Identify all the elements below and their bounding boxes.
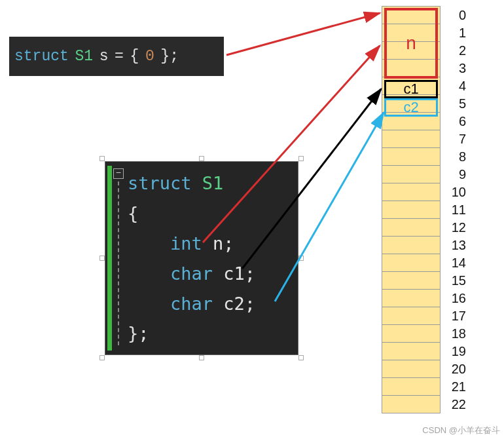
memory-cell — [382, 307, 441, 325]
type-s1: S1 — [202, 173, 224, 193]
memory-cell — [382, 59, 441, 77]
row-label: 17 — [446, 307, 466, 325]
code-variable: s — [99, 48, 109, 65]
row-label: 4 — [446, 77, 466, 95]
memory-cell — [382, 94, 441, 113]
kw-char1: char — [170, 263, 213, 284]
selection-handle — [298, 256, 304, 261]
row-label: 22 — [446, 395, 466, 413]
code-brace-open: { — [130, 48, 139, 65]
selection-handle — [99, 256, 105, 261]
row-label: 3 — [446, 59, 466, 77]
memory-cell — [382, 360, 441, 378]
arrow-init-to-n — [226, 13, 380, 55]
semi: ; — [223, 233, 234, 254]
row-label: 21 — [446, 377, 466, 396]
memory-cell — [382, 165, 441, 183]
memory-cell — [382, 377, 441, 396]
row-label: 13 — [446, 236, 466, 254]
brace-close: }; — [128, 323, 149, 343]
row-label: 1 — [446, 24, 466, 42]
kw-char2: char — [170, 294, 213, 314]
selection-handle — [199, 355, 204, 360]
memory-cell — [382, 289, 441, 307]
code-keyword: struct — [14, 48, 69, 65]
code-struct-def: struct S1 { int n; char c1; char c2; }; — [128, 168, 255, 349]
row-label: 0 — [446, 6, 466, 24]
watermark: CSDN @小羊在奋斗 — [422, 425, 500, 436]
code-type: S1 — [75, 48, 93, 65]
row-label: 5 — [446, 94, 466, 113]
row-label: 10 — [446, 183, 466, 201]
editor-gutter — [107, 166, 112, 351]
code-brace-close: } — [160, 48, 170, 65]
row-label: 9 — [446, 165, 466, 183]
collapse-icon: − — [113, 168, 124, 179]
semi: ; — [245, 294, 255, 314]
selection-handle — [99, 355, 105, 360]
selection-handle — [298, 156, 304, 161]
row-label: 7 — [446, 130, 466, 148]
code-value: 0 — [145, 48, 154, 65]
memory-cell — [382, 236, 441, 254]
row-label: 6 — [446, 112, 466, 130]
row-label: 2 — [446, 41, 466, 60]
code-struct-def-box: − struct S1 { int n; char c1; char c2; }… — [105, 161, 298, 355]
memory-cell — [382, 183, 441, 201]
field-c1: c1 — [223, 263, 245, 284]
row-label: 8 — [446, 147, 466, 166]
row-label: 20 — [446, 360, 466, 378]
memory-cell — [382, 112, 441, 130]
memory-cell — [382, 6, 441, 24]
memory-cell — [382, 200, 441, 219]
row-label: 16 — [446, 289, 466, 307]
memory-cell — [382, 24, 441, 42]
row-label: 19 — [446, 342, 466, 360]
selection-handle — [298, 355, 304, 360]
memory-cell — [382, 395, 441, 413]
memory-cell — [382, 254, 441, 272]
memory-cell — [382, 342, 441, 360]
memory-cell — [382, 324, 441, 343]
memory-cell — [382, 147, 441, 166]
memory-cell — [382, 130, 441, 148]
code-semi: ; — [170, 48, 179, 65]
row-label: 18 — [446, 324, 466, 343]
memory-row-labels: 0 1 2 3 4 5 6 7 8 9 10 11 12 13 14 15 16… — [446, 7, 466, 413]
memory-grid — [382, 7, 441, 413]
fold-line — [118, 181, 119, 345]
field-n: n — [213, 233, 223, 254]
selection-handle — [199, 156, 204, 161]
memory-cell — [382, 41, 441, 60]
semi: ; — [245, 263, 255, 284]
field-c2: c2 — [223, 294, 245, 314]
brace-open: { — [128, 203, 138, 223]
row-label: 15 — [446, 271, 466, 290]
kw-struct: struct — [128, 173, 192, 193]
selection-handle — [99, 156, 105, 161]
kw-int: int — [170, 233, 202, 254]
memory-cell — [382, 218, 441, 237]
row-label: 12 — [446, 218, 466, 237]
code-init-box: struct S1 s = { 0 } ; — [9, 37, 224, 76]
memory-cell — [382, 77, 441, 95]
code-equals: = — [115, 48, 124, 65]
memory-cell — [382, 271, 441, 290]
row-label: 11 — [446, 200, 466, 219]
row-label: 14 — [446, 254, 466, 272]
